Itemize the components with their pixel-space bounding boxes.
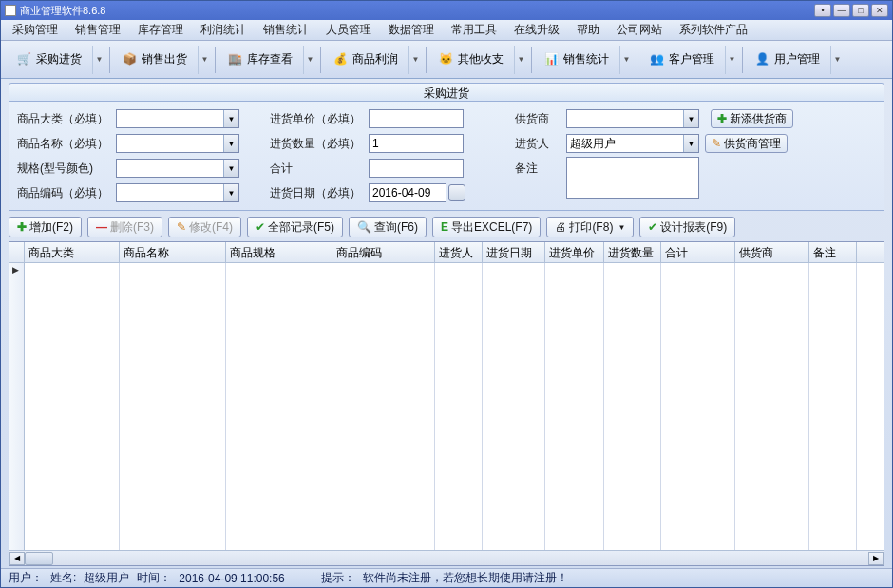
code-combo[interactable]: ▼ [116, 183, 239, 202]
category-combo[interactable]: ▼ [116, 109, 239, 128]
menu-item[interactable]: 在线升级 [510, 20, 563, 40]
menu-item[interactable]: 销售管理 [71, 20, 124, 40]
export-button[interactable]: E导出EXCEL(F7) [432, 217, 541, 237]
chevron-down-icon[interactable]: ▼ [198, 46, 211, 74]
menu-item[interactable]: 帮助 [573, 20, 603, 40]
column-header[interactable]: 商品编码 [332, 242, 435, 262]
design-report-button[interactable]: ✔设计报表(F9) [639, 217, 735, 237]
chevron-down-icon[interactable]: ▼ [725, 46, 738, 74]
menu-item[interactable]: 库存管理 [134, 20, 187, 40]
column-header[interactable]: 商品规格 [226, 242, 332, 262]
check-icon: ✔ [256, 220, 265, 234]
label-date: 进货日期（必填） [270, 185, 365, 201]
chevron-down-icon[interactable]: ▼ [830, 46, 844, 74]
scroll-left-button[interactable]: ◀ [10, 552, 25, 565]
cat-icon: 🐱 [439, 52, 454, 67]
table-column [435, 263, 483, 550]
qty-input[interactable] [369, 134, 464, 153]
maximize-button[interactable]: □ [852, 4, 869, 17]
edit-button[interactable]: ✎修改(F4) [168, 217, 241, 237]
category-dropdown-icon[interactable]: ▼ [223, 110, 238, 127]
toolbar-button[interactable]: 🛒采购进货 [9, 46, 90, 74]
column-header[interactable]: 进货日期 [483, 242, 545, 262]
query-button[interactable]: 🔍查询(F6) [349, 217, 427, 237]
window-title: 商业管理软件8.6.8 [20, 4, 814, 18]
label-category: 商品大类（必填） [17, 111, 112, 127]
menu-item[interactable]: 采购管理 [9, 20, 62, 40]
name-input[interactable] [117, 135, 223, 152]
print-button[interactable]: 🖨打印(F8)▼ [546, 217, 634, 237]
toolbar-button-label: 客户管理 [669, 51, 714, 67]
menu-item[interactable]: 数据管理 [385, 20, 438, 40]
toolbar-button[interactable]: 🏬库存查看 [219, 46, 301, 74]
menu-item[interactable]: 销售统计 [259, 20, 313, 40]
total-input[interactable] [369, 159, 464, 178]
menu-item[interactable]: 利润统计 [197, 20, 250, 40]
column-header[interactable]: 进货数量 [604, 242, 661, 262]
toolbar-button[interactable]: 📊销售统计 [536, 46, 618, 74]
supplier-combo[interactable]: ▼ [566, 109, 699, 128]
scroll-right-button[interactable]: ▶ [868, 552, 884, 565]
toolbar-button[interactable]: 👥客户管理 [641, 46, 723, 74]
column-header[interactable]: 备注 [809, 242, 857, 262]
toolbar-button[interactable]: 👤用户管理 [747, 46, 828, 74]
horizontal-scrollbar[interactable]: ◀ ▶ [10, 550, 884, 565]
stock-icon: 🏬 [228, 52, 243, 67]
buyer-input[interactable] [567, 135, 683, 152]
name-dropdown-icon[interactable]: ▼ [223, 135, 238, 152]
toolbar-separator [109, 47, 110, 73]
spec-input[interactable] [117, 160, 223, 177]
menu-item[interactable]: 公司网站 [613, 20, 666, 40]
column-header[interactable]: 进货人 [435, 242, 483, 262]
toolbar-button[interactable]: 🐱其他收支 [430, 46, 512, 74]
status-time-label: 时间： [137, 570, 171, 586]
toolbar-button[interactable]: 💰商品利润 [325, 46, 407, 74]
toolbar-button[interactable]: 📦销售出货 [114, 46, 196, 74]
code-dropdown-icon[interactable]: ▼ [223, 184, 238, 201]
toolbar-button-label: 其他收支 [458, 51, 504, 67]
buyer-combo[interactable]: ▼ [566, 134, 699, 153]
code-input[interactable] [117, 184, 223, 201]
close-button[interactable]: ✕ [871, 4, 888, 17]
manage-supplier-button[interactable]: ✎供货商管理 [705, 134, 788, 153]
spec-dropdown-icon[interactable]: ▼ [223, 160, 238, 177]
name-combo[interactable]: ▼ [116, 134, 239, 153]
category-input[interactable] [117, 110, 223, 127]
menu-item[interactable]: 系列软件产品 [675, 20, 751, 40]
chevron-down-icon[interactable]: ▼ [303, 46, 316, 74]
excel-icon: E [441, 220, 448, 234]
date-input[interactable] [369, 183, 446, 202]
scroll-track[interactable] [25, 552, 868, 565]
delete-button[interactable]: —删除(F3) [87, 217, 162, 237]
column-header[interactable]: 供货商 [735, 242, 809, 262]
table-column [120, 263, 226, 550]
label-price: 进货单价（必填） [270, 111, 365, 127]
remark-textarea[interactable] [566, 157, 699, 199]
minimize-button[interactable]: — [833, 4, 850, 17]
chevron-down-icon[interactable]: ▼ [408, 46, 422, 74]
minimize-tray-button[interactable]: • [814, 4, 831, 17]
label-code: 商品编码（必填） [17, 185, 112, 201]
date-picker-button[interactable] [448, 184, 466, 201]
scroll-thumb[interactable] [25, 552, 53, 565]
column-header[interactable]: 商品大类 [25, 242, 120, 262]
add-supplier-button[interactable]: ✚新添供货商 [711, 109, 793, 128]
buyer-dropdown-icon[interactable]: ▼ [683, 135, 698, 152]
supplier-input[interactable] [567, 110, 683, 127]
column-header[interactable]: 商品名称 [120, 242, 226, 262]
plus-icon: ✚ [717, 112, 727, 125]
price-input[interactable] [369, 109, 464, 128]
add-button[interactable]: ✚增加(F2) [9, 217, 82, 237]
chevron-down-icon[interactable]: ▼ [619, 46, 633, 74]
spec-combo[interactable]: ▼ [116, 159, 239, 178]
chevron-down-icon[interactable]: ▼ [92, 46, 105, 74]
column-header[interactable]: 进货单价 [545, 242, 604, 262]
all-records-button[interactable]: ✔全部记录(F5) [247, 217, 343, 237]
supplier-dropdown-icon[interactable]: ▼ [683, 110, 698, 127]
column-header[interactable]: 合计 [661, 242, 735, 262]
table-column [809, 263, 857, 550]
menu-item[interactable]: 常用工具 [447, 20, 501, 40]
toolbar-button-label: 库存查看 [247, 51, 293, 67]
chevron-down-icon[interactable]: ▼ [514, 46, 527, 74]
menu-item[interactable]: 人员管理 [322, 20, 375, 40]
